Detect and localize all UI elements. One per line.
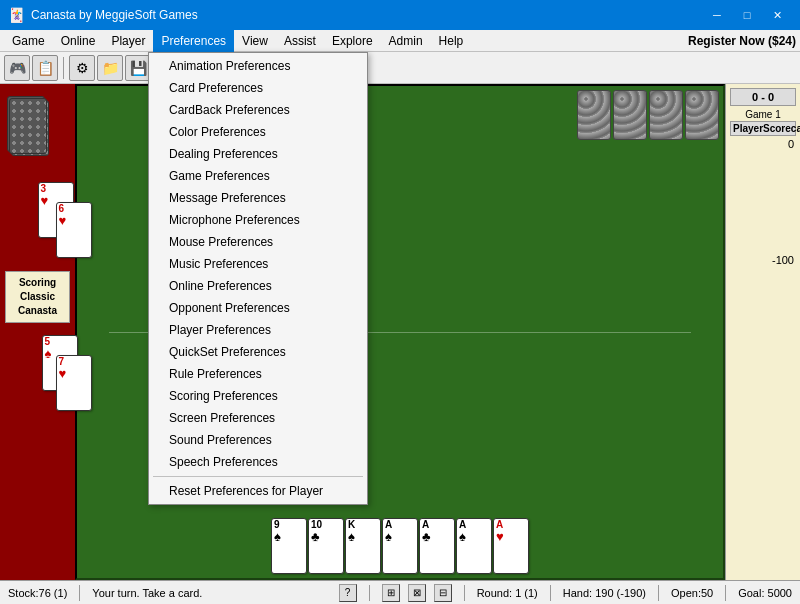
- pref-reset[interactable]: Reset Preferences for Player: [149, 480, 367, 502]
- status-sep1: [79, 585, 80, 601]
- hand-ac[interactable]: A♣: [419, 518, 455, 574]
- round-info: Round: 1 (1): [477, 587, 538, 599]
- pref-music[interactable]: Music Preferences: [149, 253, 367, 275]
- pref-card[interactable]: Card Preferences: [149, 77, 367, 99]
- menu-preferences[interactable]: Preferences: [153, 30, 234, 52]
- toolbar: 🎮 📋 ⚙ 📁 💾 🖨 🌐 ● ✚: [0, 52, 800, 84]
- status-sep3: [464, 585, 465, 601]
- stock-pile-area: [7, 96, 69, 174]
- ball-card-1[interactable]: [577, 90, 611, 140]
- status-message-area: Your turn. Take a card.: [92, 587, 202, 599]
- pref-scoring[interactable]: Scoring Preferences: [149, 385, 367, 407]
- left-card-6h[interactable]: 6 ♥: [56, 202, 92, 258]
- menu-explore[interactable]: Explore: [324, 30, 381, 52]
- tb-sep1: [63, 57, 64, 79]
- status-stock: Stock:76 (1): [8, 587, 67, 599]
- score-label: ScoringClassicCanasta: [5, 271, 70, 323]
- status-message: Your turn. Take a card.: [92, 587, 202, 599]
- menu-view[interactable]: View: [234, 30, 276, 52]
- score-board: 0 - 0 Game 1 Player Scorecard 0 -100: [726, 84, 800, 580]
- status-bar: Stock:76 (1) Your turn. Take a card. ? ⊞…: [0, 580, 800, 604]
- score-title: 0 - 0: [730, 88, 796, 106]
- tb-btn2[interactable]: 📋: [32, 55, 58, 81]
- pref-speech[interactable]: Speech Preferences: [149, 451, 367, 473]
- score-spacer: [730, 152, 796, 252]
- score-val2: -100: [730, 252, 796, 268]
- app-icon: 🃏: [8, 7, 25, 23]
- pref-cardback[interactable]: CardBack Preferences: [149, 99, 367, 121]
- close-button[interactable]: ✕: [762, 0, 792, 30]
- top-card-fan: [577, 90, 719, 140]
- hand-10c[interactable]: 10♣: [308, 518, 344, 574]
- open-info: Open:50: [671, 587, 713, 599]
- pref-sound[interactable]: Sound Preferences: [149, 429, 367, 451]
- pref-player[interactable]: Player Preferences: [149, 319, 367, 341]
- hand-9s[interactable]: 9♠: [271, 518, 307, 574]
- menu-bar: Game Online Player Preferences View Assi…: [0, 30, 800, 52]
- window-title: Canasta by MeggieSoft Games: [31, 8, 702, 22]
- maximize-button[interactable]: □: [732, 0, 762, 30]
- dropdown-separator: [153, 476, 363, 477]
- hand-ks[interactable]: K♠: [345, 518, 381, 574]
- hand-as2[interactable]: A♠: [456, 518, 492, 574]
- game-number: Game 1: [730, 108, 796, 121]
- menu-help[interactable]: Help: [431, 30, 472, 52]
- pref-microphone[interactable]: Microphone Preferences: [149, 209, 367, 231]
- tb-new-game[interactable]: 🎮: [4, 55, 30, 81]
- score-h-player: Player: [733, 123, 763, 134]
- score-h-scorecard: Scorecard: [763, 123, 800, 134]
- goal-info: Goal: 5000: [738, 587, 792, 599]
- ball-card-4[interactable]: [685, 90, 719, 140]
- pref-online[interactable]: Online Preferences: [149, 275, 367, 297]
- pref-game[interactable]: Game Preferences: [149, 165, 367, 187]
- window-controls: ─ □ ✕: [702, 0, 792, 30]
- register-button[interactable]: Register Now ($24): [688, 34, 796, 48]
- player-hand: 9♠ 10♣ K♠ A♠ A♣ A♠ A♥: [87, 518, 713, 574]
- menu-game[interactable]: Game: [4, 30, 53, 52]
- preferences-dropdown: Animation Preferences Card Preferences C…: [148, 52, 368, 505]
- pref-rule[interactable]: Rule Preferences: [149, 363, 367, 385]
- help-icon-btn[interactable]: ?: [339, 584, 357, 602]
- hand-ah[interactable]: A♥: [493, 518, 529, 574]
- ball-card-2[interactable]: [613, 90, 647, 140]
- status-sep6: [725, 585, 726, 601]
- title-bar: 🃏 Canasta by MeggieSoft Games ─ □ ✕: [0, 0, 800, 30]
- menu-admin[interactable]: Admin: [381, 30, 431, 52]
- menu-online[interactable]: Online: [53, 30, 104, 52]
- game-main: 3 ♥ 6 ♥ ScoringClassicCanasta 5 ♠ 7 ♥: [0, 84, 800, 580]
- score-val1: 0: [730, 136, 796, 152]
- tb-btn3[interactable]: ⚙: [69, 55, 95, 81]
- right-panel: 0 - 0 Game 1 Player Scorecard 0 -100: [725, 84, 800, 580]
- menu-player[interactable]: Player: [103, 30, 153, 52]
- card-back-2: [9, 98, 47, 154]
- toolbar-toggle-btn[interactable]: ⊞: [382, 584, 400, 602]
- menu-assist[interactable]: Assist: [276, 30, 324, 52]
- pref-opponent[interactable]: Opponent Preferences: [149, 297, 367, 319]
- pref-quickset[interactable]: QuickSet Preferences: [149, 341, 367, 363]
- pref-color[interactable]: Color Preferences: [149, 121, 367, 143]
- tb-btn4[interactable]: 📁: [97, 55, 123, 81]
- status-btn3[interactable]: ⊟: [434, 584, 452, 602]
- pref-animation[interactable]: Animation Preferences: [149, 55, 367, 77]
- stock-count: Stock:76 (1): [8, 587, 67, 599]
- status-sep2: [369, 585, 370, 601]
- score-headers: Player Scorecard: [730, 121, 796, 136]
- status-sep5: [658, 585, 659, 601]
- left-card-s2[interactable]: 7 ♥: [56, 355, 92, 411]
- hand-as1[interactable]: A♠: [382, 518, 418, 574]
- ball-card-3[interactable]: [649, 90, 683, 140]
- hand-info: Hand: 190 (-190): [563, 587, 646, 599]
- minimize-button[interactable]: ─: [702, 0, 732, 30]
- status-sep4: [550, 585, 551, 601]
- pref-mouse[interactable]: Mouse Preferences: [149, 231, 367, 253]
- pref-screen[interactable]: Screen Preferences: [149, 407, 367, 429]
- status-btn2[interactable]: ⊠: [408, 584, 426, 602]
- left-panel: 3 ♥ 6 ♥ ScoringClassicCanasta 5 ♠ 7 ♥: [0, 84, 75, 580]
- pref-message[interactable]: Message Preferences: [149, 187, 367, 209]
- pref-dealing[interactable]: Dealing Preferences: [149, 143, 367, 165]
